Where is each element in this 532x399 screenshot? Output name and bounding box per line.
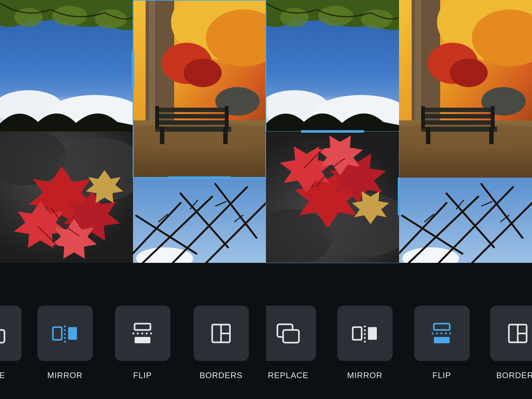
svg-rect-81 — [491, 106, 495, 128]
resize-handle-horizontal[interactable] — [168, 176, 231, 179]
svg-point-98 — [432, 332, 434, 334]
svg-rect-89 — [353, 327, 362, 340]
tool-borders[interactable]: BORDERS — [193, 306, 250, 380]
collage-canvas[interactable] — [266, 0, 532, 263]
editor-panel-right: REPLACE MIRROR — [266, 0, 532, 399]
tool-mirror[interactable]: MIRROR — [336, 306, 393, 380]
svg-rect-75 — [421, 114, 494, 118]
svg-point-17 — [184, 59, 222, 87]
svg-rect-76 — [421, 120, 494, 125]
svg-rect-21 — [155, 108, 228, 112]
svg-rect-43 — [135, 324, 150, 330]
borders-icon — [507, 323, 528, 344]
tool-label: BORDERS — [193, 370, 250, 380]
svg-point-70 — [450, 59, 488, 87]
svg-point-48 — [146, 332, 148, 334]
svg-rect-26 — [223, 127, 228, 144]
svg-rect-74 — [421, 108, 494, 112]
svg-point-47 — [141, 332, 143, 334]
svg-point-91 — [364, 326, 366, 327]
tool-flip[interactable]: FLIP — [114, 306, 171, 380]
svg-rect-78 — [426, 127, 430, 144]
svg-point-40 — [64, 333, 66, 335]
tool-label: REPLACE — [266, 370, 317, 380]
svg-point-38 — [64, 326, 66, 327]
tool-flip[interactable]: FLIP — [413, 306, 470, 380]
svg-point-49 — [150, 332, 152, 334]
svg-rect-90 — [368, 327, 377, 340]
editor-panel-left: LACE MIRROR — [0, 0, 266, 399]
resize-handle-vertical[interactable] — [398, 177, 400, 215]
svg-rect-44 — [135, 337, 150, 343]
svg-rect-96 — [434, 324, 450, 330]
svg-rect-80 — [421, 106, 425, 128]
svg-point-42 — [64, 341, 66, 343]
collage-cell-leaves[interactable] — [266, 131, 399, 263]
edit-toolbar: REPLACE MIRROR — [266, 294, 532, 399]
svg-point-102 — [449, 332, 451, 334]
flip-icon — [430, 322, 453, 345]
tool-label: FLIP — [114, 370, 171, 380]
svg-point-39 — [64, 329, 66, 331]
svg-rect-24 — [155, 127, 231, 132]
collage-cell-bench[interactable] — [399, 0, 532, 178]
svg-rect-25 — [160, 127, 164, 144]
svg-rect-37 — [68, 327, 77, 340]
mirror-icon — [351, 324, 379, 343]
svg-rect-35 — [0, 330, 4, 343]
collage-cell-sky[interactable] — [266, 0, 399, 131]
svg-point-100 — [440, 332, 442, 334]
collage-cell-bench[interactable] — [133, 0, 266, 178]
svg-point-93 — [364, 333, 366, 335]
svg-point-95 — [364, 341, 366, 343]
collage-cell-branches[interactable] — [399, 178, 532, 263]
svg-point-92 — [364, 329, 366, 331]
tool-label: BORDERS — [489, 370, 532, 380]
replace-icon — [276, 323, 300, 344]
svg-point-46 — [137, 332, 139, 334]
tool-replace[interactable]: LACE — [0, 306, 22, 380]
borders-icon — [211, 323, 231, 344]
svg-rect-79 — [489, 127, 494, 144]
svg-point-94 — [364, 337, 366, 339]
collage-cell-leaves[interactable] — [0, 131, 133, 263]
collage-cell-sky[interactable] — [0, 0, 133, 131]
flip-icon — [131, 322, 154, 345]
svg-rect-88 — [283, 330, 299, 343]
tool-label: FLIP — [413, 370, 470, 380]
svg-rect-36 — [53, 327, 62, 340]
svg-point-99 — [436, 332, 438, 334]
tool-borders[interactable]: BORDERS — [489, 306, 532, 380]
svg-rect-28 — [225, 106, 229, 128]
tool-label: LACE — [0, 370, 22, 380]
svg-rect-13 — [149, 0, 155, 133]
mirror-icon — [51, 324, 79, 343]
tool-replace[interactable]: REPLACE — [266, 306, 317, 380]
tool-mirror[interactable]: MIRROR — [36, 306, 93, 380]
svg-rect-23 — [155, 120, 228, 125]
collage-cell-branches[interactable] — [133, 178, 266, 263]
svg-rect-77 — [421, 127, 497, 132]
svg-rect-27 — [155, 106, 159, 128]
svg-rect-97 — [434, 337, 450, 343]
tool-label: MIRROR — [336, 370, 393, 380]
svg-rect-22 — [155, 114, 228, 118]
resize-handle-vertical[interactable] — [132, 51, 134, 89]
edit-toolbar: LACE MIRROR — [0, 294, 266, 399]
resize-handle-horizontal[interactable] — [301, 130, 364, 133]
collage-canvas[interactable] — [0, 0, 266, 263]
screenshot-container: LACE MIRROR — [0, 0, 532, 399]
tool-label: MIRROR — [36, 370, 93, 380]
replace-icon — [0, 323, 6, 344]
svg-point-101 — [445, 332, 447, 334]
svg-point-41 — [64, 337, 66, 339]
svg-rect-66 — [415, 0, 421, 133]
svg-point-45 — [132, 332, 134, 334]
